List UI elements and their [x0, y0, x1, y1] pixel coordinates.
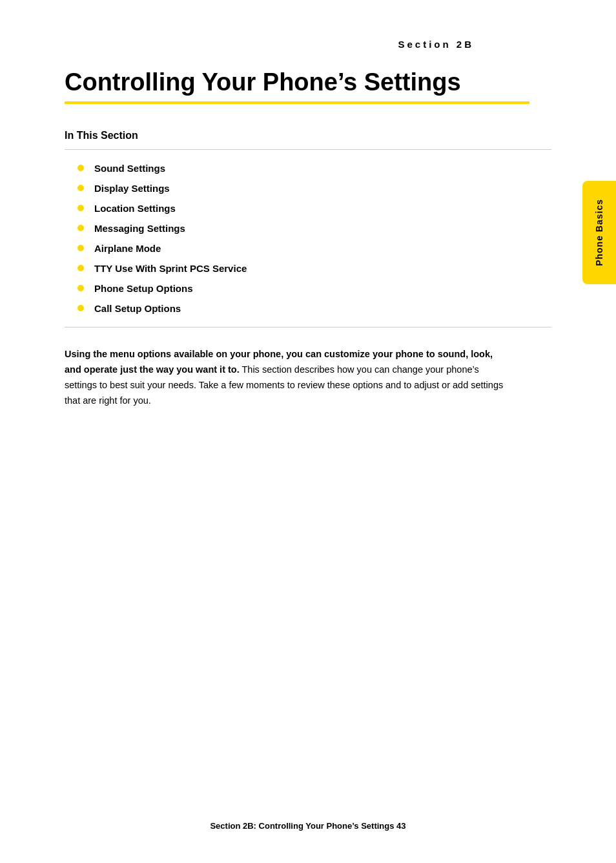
toc-label-airplane-mode: Airplane Mode [94, 243, 161, 254]
toc-bullet-airplane-mode [77, 245, 84, 251]
toc-bullet-display-settings [77, 185, 84, 191]
title-underline [65, 101, 529, 104]
toc-bullet-call-setup-options [77, 305, 84, 311]
in-this-section-heading: In This Section [65, 130, 551, 141]
sidebar-tab-label: Phone Basics [594, 199, 604, 266]
body-paragraph: Using the menu options available on your… [65, 347, 504, 409]
footer: Section 2B: Controlling Your Phone’s Set… [0, 821, 616, 831]
toc-label-call-setup-options: Call Setup Options [94, 303, 181, 314]
toc-label-phone-setup-options: Phone Setup Options [94, 283, 193, 294]
toc-item-phone-setup-options: Phone Setup Options [77, 283, 551, 294]
page-container: Section 2B Controlling Your Phone’s Sett… [0, 0, 616, 863]
toc-item-call-setup-options: Call Setup Options [77, 303, 551, 314]
page-title: Controlling Your Phone’s Settings [65, 69, 551, 96]
toc-label-messaging-settings: Messaging Settings [94, 223, 185, 234]
toc-item-airplane-mode: Airplane Mode [77, 243, 551, 254]
toc-label-tty-use: TTY Use With Sprint PCS Service [94, 263, 247, 274]
toc-label-location-settings: Location Settings [94, 203, 176, 214]
toc-bullet-messaging-settings [77, 225, 84, 231]
sidebar-tab: Phone Basics [582, 181, 616, 284]
toc-bullet-phone-setup-options [77, 285, 84, 291]
section-label: Section 2B [65, 39, 551, 50]
section-divider-bottom [65, 327, 551, 328]
toc-item-location-settings: Location Settings [77, 203, 551, 214]
toc-bullet-location-settings [77, 205, 84, 211]
toc-bullet-sound-settings [77, 165, 84, 171]
toc-item-sound-settings: Sound Settings [77, 163, 551, 174]
toc-label-sound-settings: Sound Settings [94, 163, 165, 174]
toc-item-tty-use: TTY Use With Sprint PCS Service [77, 263, 551, 274]
toc-item-display-settings: Display Settings [77, 183, 551, 194]
toc-list: Sound SettingsDisplay SettingsLocation S… [77, 163, 551, 314]
toc-item-messaging-settings: Messaging Settings [77, 223, 551, 234]
toc-bullet-tty-use [77, 265, 84, 271]
section-divider-top [65, 149, 551, 150]
toc-label-display-settings: Display Settings [94, 183, 170, 194]
